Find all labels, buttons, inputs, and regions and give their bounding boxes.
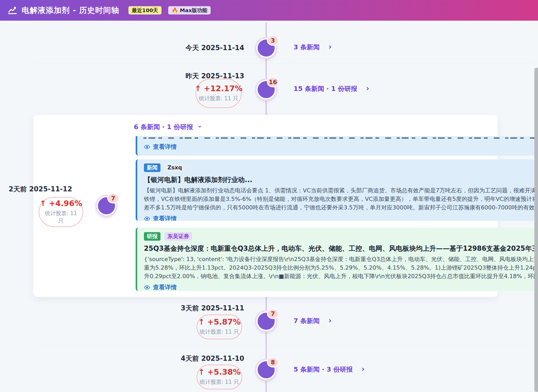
timeline-node[interactable]: 7 <box>97 196 116 216</box>
timeline-node[interactable]: 8 <box>256 360 276 380</box>
row-divider <box>33 346 534 346</box>
news-count-link[interactable]: 5 条新闻 · 3 份研报 › <box>294 365 365 374</box>
news-count-link[interactable]: 15 条新闻 · 1 份研报 › <box>294 84 369 93</box>
body-line: 差不多1.5万吨是给宁德保供的，只有5000吨在市场进行流通，宁德也还要外采3.… <box>144 203 538 212</box>
tag-row: 新闻 Zsxq <box>144 163 538 172</box>
timeline-page: 电解液添加剂 - 历史时间轴 最近100天 🔥 Max版功能 今天 2025-1… <box>0 0 538 392</box>
timeline-node[interactable]: 7 <box>256 311 276 331</box>
news-card-list: 查看详情 新闻 Zsxq 【银河电新】电解液添加剂行业动... 【银河电新】电解… <box>136 136 538 291</box>
count-badge: 7 <box>267 309 279 319</box>
source-tag: Zsxq <box>165 163 185 172</box>
news-count-link[interactable]: 7 条新闻 › <box>294 317 332 325</box>
count-badge: 16 <box>267 77 279 87</box>
stocks-count: 统计股票: 11 只 <box>200 378 239 386</box>
change-value: +12.17% <box>204 85 243 92</box>
change-percent: ↑ +12.17% <box>195 85 242 92</box>
tag-row: 研报 东吴证券 <box>144 232 538 241</box>
chevron-right-icon: › <box>362 365 365 373</box>
body-line: 【银河电新】电解液添加剂行业动态电话会要点 1、供需情况：VC当前供需很紧，头部… <box>144 186 538 195</box>
page-header: 电解液添加剂 - 历史时间轴 最近100天 🔥 Max版功能 <box>0 0 538 21</box>
change-value: +5.87% <box>207 318 241 326</box>
stats-pill: ↑ +4.96% 统计股票: 11 只 <box>39 197 83 227</box>
body-line: 重为5.28%，环比上升1.13pct。2024Q3-2025Q3持仓比例分别为… <box>144 263 538 272</box>
card-title: 25Q3基金持仓深度：电新重仓Q3总体上升，电动车、光伏、储能、工控、电网、风电… <box>144 244 538 253</box>
arrow-up-icon: ↑ <box>198 368 205 376</box>
body-line: {'sourceType': 13, 'content': '电力设备行业深度报… <box>144 255 538 263</box>
change-value: +4.96% <box>49 200 82 207</box>
view-detail-link[interactable]: 查看详情 <box>144 143 538 151</box>
date-label: 2天前 2025-11-12 <box>5 185 72 194</box>
date-label: 4天前 2025-11-10 <box>177 354 244 363</box>
change-percent: ↑ +5.87% <box>198 318 241 326</box>
news-type-tag: 新闻 <box>144 163 160 172</box>
eye-icon <box>144 284 150 291</box>
max-feature-badge: 🔥 Max版功能 <box>168 6 211 14</box>
stats-pill: ↑ +5.38% 统计股票: 11 只 <box>197 365 242 389</box>
page-title: 电解液添加剂 - 历史时间轴 <box>22 5 119 16</box>
chevron-right-icon: › <box>366 84 369 92</box>
card-title: 【银河电新】电解液添加剂行业动... <box>144 175 538 184</box>
view-detail-link[interactable]: 查看详情 <box>144 283 538 291</box>
news-count-label: 15 条新闻 · 1 份研报 <box>294 84 357 93</box>
news-card-clipped[interactable]: 查看详情 <box>136 136 538 156</box>
card-body: 【银河电新】电解液添加剂行业动态电话会要点 1、供需情况：VC当前供需很紧，头部… <box>144 186 538 212</box>
change-percent: ↑ +5.38% <box>198 368 241 376</box>
change-value: +5.38% <box>207 368 241 376</box>
expanded-day-panel: 2天前 2025-11-12 ↑ +4.96% 统计股票: 11 只 7 6 条… <box>33 115 498 297</box>
date-label: 今天 2025-11-14 <box>177 43 244 52</box>
stocks-count: 统计股票: 11 只 <box>45 210 77 224</box>
report-card[interactable]: 研报 东吴证券 25Q3基金持仓深度：电新重仓Q3总体上升，电动车、光伏、储能、… <box>136 228 538 291</box>
count-badge: 7 <box>107 193 119 203</box>
stocks-count: 统计股票: 11 只 <box>200 328 239 335</box>
news-count-label: 5 条新闻 · 3 份研报 <box>294 365 353 374</box>
body-line: 升0.29pct至2.00%，钠电池、复合集流体上涨。\r\n■新能源：光伏、风… <box>144 272 538 280</box>
count-badge: 3 <box>267 35 279 46</box>
timeline-node[interactable]: 16 <box>256 80 276 99</box>
date-range-badge: 最近100天 <box>128 6 162 14</box>
chevron-right-icon: › <box>328 317 332 324</box>
stocks-count: 统计股票: 11 只 <box>199 95 238 102</box>
stats-pill: ↑ +5.87% 统计股票: 11 只 <box>197 315 242 339</box>
card-body: {'sourceType': 13, 'content': '电力设备行业深度报… <box>144 255 538 280</box>
view-detail-label: 查看详情 <box>153 283 177 291</box>
arrow-up-icon: ↑ <box>40 200 46 207</box>
news-card[interactable]: 新闻 Zsxq 【银河电新】电解液添加剂行业动... 【银河电新】电解液添加剂行… <box>136 159 538 221</box>
eye-icon <box>144 216 150 221</box>
change-percent: ↑ +4.96% <box>40 200 82 207</box>
source-tag: 东吴证券 <box>165 232 192 241</box>
count-badge: 8 <box>267 357 279 367</box>
news-count-label: 3 条新闻 <box>294 43 320 51</box>
report-type-tag: 研报 <box>144 232 160 241</box>
chevron-down-icon: › <box>196 125 204 128</box>
max-feature-label: Max版功能 <box>180 8 207 13</box>
panel-summary-toggle[interactable]: 6 条新闻 · 1 份研报 › <box>134 123 202 131</box>
news-count-label: 7 条新闻 <box>294 317 320 325</box>
panel-summary-label: 6 条新闻 · 1 份研报 <box>134 123 193 131</box>
chevron-right-icon: › <box>328 43 332 51</box>
date-label: 3天前 2025-11-11 <box>177 304 244 313</box>
stats-pill: ↑ +12.17% 统计股票: 11 只 <box>196 79 242 108</box>
clipped-text-fragment <box>143 137 538 139</box>
body-line: 铁锂，VC在铁锂里面的添加量是3.5%-6%（特别是储能，对循环充放电次数要求更… <box>144 195 538 203</box>
line-chart-icon <box>7 5 18 15</box>
view-detail-link[interactable]: 查看详情 <box>144 215 538 221</box>
flame-icon: 🔥 <box>172 8 178 13</box>
timeline-node[interactable]: 3 <box>256 38 276 58</box>
news-count-link[interactable]: 3 条新闻 › <box>294 43 332 51</box>
arrow-up-icon: ↑ <box>198 318 205 326</box>
arrow-up-icon: ↑ <box>195 85 201 92</box>
view-detail-label: 查看详情 <box>153 215 177 221</box>
view-detail-label: 查看详情 <box>153 143 177 151</box>
row-divider <box>33 64 534 64</box>
eye-icon <box>144 144 150 150</box>
vertical-scrollbar[interactable] <box>534 68 538 392</box>
